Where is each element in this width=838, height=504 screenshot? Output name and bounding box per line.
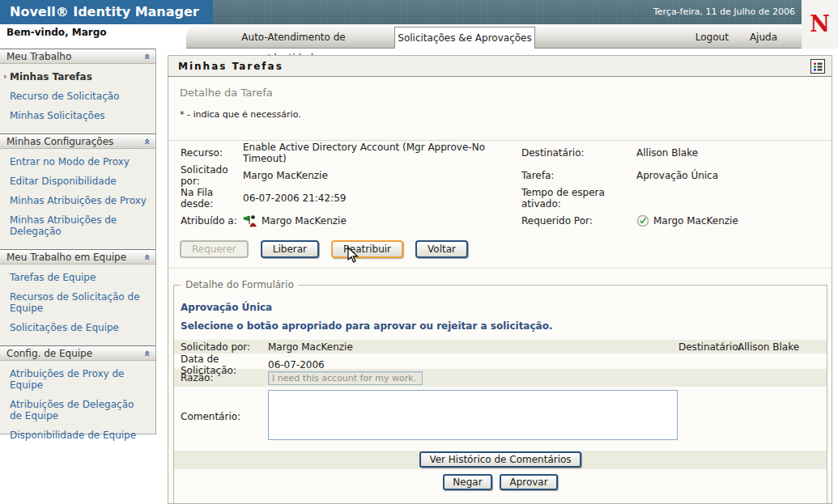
- field-value: Allison Blake: [738, 341, 827, 353]
- form-row-comment: Comentário:: [174, 387, 827, 446]
- app-title: Novell® Identity Manager: [0, 0, 213, 24]
- collapse-chevron-icon[interactable]: «: [140, 53, 155, 59]
- field-label: Solicitado por:: [181, 341, 268, 353]
- required-by-value: Margo MacKenzie: [636, 214, 827, 227]
- form-detail-legend: Detalhe do Formulário: [181, 279, 299, 290]
- field-label: Razão:: [181, 372, 268, 383]
- field-label: Destinatário:: [678, 341, 738, 353]
- view-comment-history-button[interactable]: Ver Histórico de Comentários: [419, 451, 581, 468]
- form-decision-buttons: Negar Aprovar: [174, 474, 827, 490]
- field-value: Enable Active Directory Account (Mgr App…: [243, 142, 521, 164]
- comment-textarea[interactable]: [268, 390, 678, 440]
- sidebar-item-atribuicoes-delegacao-equipe[interactable]: Atribuições de Delegação de Equipe: [0, 395, 155, 426]
- task-detail-subtitle: Detalhe da Tarefa: [180, 87, 273, 99]
- collapse-chevron-icon[interactable]: «: [140, 138, 155, 144]
- form-row-request-date: Data de Solicitação: 06-07-2006: [174, 354, 827, 367]
- required-note: * - indica que é necessário.: [180, 109, 301, 120]
- sidebar-item-minhas-solicitacoes[interactable]: Minhas Solicitações: [0, 106, 155, 125]
- tab-identity-self-service[interactable]: Auto-Atendimento de Identidade: [219, 27, 368, 48]
- approve-button[interactable]: Aprovar: [500, 474, 557, 490]
- sidebar-section-title: Meu Trabalho em Equipe: [6, 250, 126, 265]
- sidebar-section-config-de-equipe[interactable]: Config. de Equipe «: [0, 345, 155, 361]
- help-link[interactable]: Ajuda: [750, 27, 777, 48]
- field-label: Recurso:: [181, 147, 243, 159]
- sidebar-item-solicitacoes-de-equipe[interactable]: Solicitações de Equipe: [0, 318, 155, 337]
- tab-bar: Auto-Atendimento de Identidade Solicitaç…: [186, 24, 802, 49]
- sidebar-item-minhas-atribuicoes-delegacao[interactable]: Minhas Atribuições de Delegação: [0, 210, 155, 241]
- field-value: 06-07-2006 21:42:59: [243, 193, 521, 204]
- form-detail-fieldset: Detalhe do Formulário Aprovação Única Se…: [173, 279, 827, 504]
- task-actions: Requerer Liberar Reatribuir Voltar: [180, 240, 468, 258]
- form-row-requested-by: Solicitado por: Margo MacKenzie Destinat…: [174, 340, 827, 354]
- field-label: Tempo de espera ativado:: [521, 187, 636, 210]
- sidebar-section-meu-trabalho-em-equipe[interactable]: Meu Trabalho em Equipe «: [0, 249, 155, 265]
- field-label: Atribuído a:: [181, 215, 243, 227]
- sidebar-section-title: Minhas Configurações: [6, 134, 113, 149]
- field-value: Margo MacKenzie: [243, 170, 521, 181]
- sidebar-section-title: Meu Trabalho: [6, 49, 71, 64]
- sidebar-item-editar-disponibilidade[interactable]: Editar Disponibilidade: [0, 172, 155, 191]
- reason-input[interactable]: [268, 371, 423, 385]
- claim-button[interactable]: Requerer: [180, 240, 249, 258]
- form-row-reason: Razão:: [174, 369, 827, 387]
- sidebar-section-meu-trabalho[interactable]: Meu Trabalho «: [0, 49, 155, 64]
- sidebar-item-recursos-solicitacao-equipe[interactable]: Recursos de Solicitação de Equipe: [0, 287, 155, 318]
- deny-button[interactable]: Negar: [443, 474, 491, 490]
- sidebar-item-recurso-de-solicitacao[interactable]: Recurso de Solicitação: [0, 87, 155, 106]
- panel-header: Minhas Tarefas: [168, 56, 832, 77]
- sidebar-item-atribuicoes-proxy-equipe[interactable]: Atribuições de Proxy de Equipe: [0, 364, 155, 395]
- field-value: Aprovação Única: [636, 170, 827, 181]
- novell-n-icon: N: [810, 11, 830, 36]
- comment-history-band: Ver Histórico de Comentários: [174, 451, 827, 469]
- reassign-button[interactable]: Reatribuir: [331, 240, 403, 258]
- sidebar-section-title: Config. de Equipe: [6, 346, 92, 361]
- sidebar-item-disponibilidade-equipe[interactable]: Disponibilidade de Equipe: [0, 426, 155, 445]
- tab-requests-approvals[interactable]: Solicitações &e Aprovações: [394, 27, 535, 49]
- field-label: Na Fila desde:: [181, 187, 243, 210]
- novell-logo[interactable]: N: [802, 0, 838, 49]
- logout-link[interactable]: Logout: [695, 27, 729, 48]
- sidebar: Meu Trabalho « ›Minhas Tarefas Recurso d…: [0, 49, 156, 434]
- field-value: Margo MacKenzie: [268, 341, 678, 353]
- approved-check-icon: [636, 214, 649, 227]
- sidebar-item-entrar-modo-proxy[interactable]: Entrar no Modo de Proxy: [0, 152, 155, 172]
- separator: [168, 268, 832, 269]
- field-value: 06-07-2006: [268, 359, 827, 371]
- field-label: Solicitado por:: [181, 164, 243, 187]
- release-button[interactable]: Liberar: [261, 240, 319, 258]
- field-label: Destinatário:: [521, 147, 636, 159]
- collapse-chevron-icon[interactable]: «: [140, 349, 155, 356]
- separator: [168, 140, 832, 141]
- sidebar-item-minhas-tarefas[interactable]: ›Minhas Tarefas: [0, 67, 155, 87]
- task-detail-grid: Recurso: Enable Active Directory Account…: [181, 142, 827, 232]
- collapse-chevron-icon[interactable]: «: [140, 253, 155, 260]
- my-tasks-panel: Minhas Tarefas Detalhe da Tarefa * - ind…: [168, 55, 832, 504]
- claimed-user-flag-icon: [243, 214, 257, 227]
- header-date: Terça-feira, 11 de Julho de 2006: [213, 0, 802, 24]
- field-label: Requerido Por:: [521, 215, 636, 227]
- form-title: Aprovação Única: [181, 302, 827, 313]
- field-value: Allison Blake: [636, 147, 827, 159]
- form-instruction: Selecione o botão apropriado para aprova…: [181, 320, 827, 332]
- field-label: Tarefa:: [521, 170, 636, 181]
- sidebar-item-minhas-atribuicoes-proxy[interactable]: Minhas Atribuições de Proxy: [0, 191, 155, 210]
- welcome-text: Bem-vindo, Margo: [6, 27, 107, 38]
- portlet-menu-icon[interactable]: [810, 59, 825, 74]
- back-button[interactable]: Voltar: [415, 240, 468, 258]
- sidebar-item-tarefas-de-equipe[interactable]: Tarefas de Equipe: [0, 268, 155, 287]
- field-label: Comentário:: [181, 411, 268, 422]
- sidebar-section-minhas-configuracoes[interactable]: Minhas Configurações «: [0, 133, 155, 149]
- selected-bullet-icon: ›: [3, 71, 7, 83]
- panel-title: Minhas Tarefas: [178, 56, 283, 77]
- assigned-to-value: Margo MacKenzie: [243, 214, 521, 227]
